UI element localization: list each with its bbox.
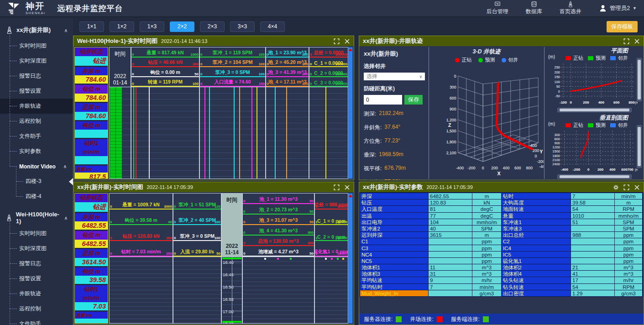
menu-item-admin[interactable]: 后台管理 [487, 1, 508, 16]
curve-label: 0钩位 = 0.00 m50 [131, 67, 199, 77]
time-chart-area[interactable]: 16:4016:4516:5016:5517:0017:05 [221, 257, 242, 324]
curve-label: 0转速 = 119 RPM100 [131, 77, 199, 87]
curve-label: 0钻时 = 7.03 min/m200 [110, 241, 173, 257]
sidebar-item[interactable]: 实时深度图 [0, 241, 73, 256]
brand-name-en: SHENKAI [26, 11, 45, 15]
chevron-down-icon: ▼ [633, 6, 637, 10]
sidebar-collapse-handle[interactable] [69, 178, 73, 185]
layout-button-1x2[interactable]: 1×2 [110, 21, 134, 32]
legend-item: 邻井 [610, 122, 628, 129]
chart-scrollbar[interactable] [348, 193, 353, 324]
layout-button-2x3[interactable]: 2×3 [200, 21, 225, 32]
param-unit-cell: ppm [472, 252, 502, 258]
sidebar-item[interactable]: 远程控制 [0, 301, 73, 316]
scroll-up-arrow[interactable] [349, 48, 352, 51]
track-chart-area[interactable] [242, 257, 314, 324]
save-distance-button[interactable]: 保存 [404, 95, 423, 105]
param-value-cell: 9 [429, 277, 472, 283]
page-title: 远程录井监控平台 [57, 3, 123, 14]
vertical-section-view-plot[interactable]: 30060090012001500180021002400-400-200020… [547, 129, 638, 173]
plan-view-plot[interactable]: 250200150100500-50-1000200400600800(m [547, 62, 638, 105]
chart-scrollbar[interactable] [348, 47, 353, 179]
sidebar-item[interactable]: 实时时间图 [0, 226, 73, 241]
sidebar-item[interactable]: 报警日志 [0, 68, 73, 84]
sidebar-item[interactable]: 实时参数 [0, 144, 73, 159]
layout-button-2x2[interactable]: 2×2 [170, 21, 194, 32]
sidebar-item[interactable]: 井眼轨迹 [0, 99, 73, 114]
sidebar-item[interactable]: 井眼轨迹 [0, 286, 73, 301]
curve-scale-max: 50 [309, 220, 314, 224]
time-column: 时间202201-14 [109, 47, 131, 179]
expand-icon[interactable] [334, 184, 340, 190]
stat-value: 1968.59m [379, 151, 403, 159]
curve-scale-max: 10000 [337, 204, 347, 209]
expand-icon[interactable] [623, 184, 629, 190]
neighbor-select-label: 选择邻井 [364, 63, 425, 70]
sidebar-item[interactable]: 实时深度图 [0, 53, 73, 68]
track-chart-area[interactable] [199, 87, 266, 179]
param-value-cell: 51 [571, 219, 615, 225]
track-chart-area[interactable] [109, 257, 173, 324]
track-chart-area[interactable] [266, 87, 309, 179]
close-icon[interactable] [344, 38, 350, 44]
trajectory-3d-plot[interactable]: 03006009001,2001,5001,8002,100Z-400-2000… [429, 64, 544, 177]
track-chart-area[interactable] [314, 257, 348, 324]
sidebar-item[interactable]: 报警设置 [0, 271, 73, 286]
curve-text: 入口流量 = 74.60 [214, 79, 251, 85]
track-chart-area[interactable] [131, 87, 199, 179]
sidebar-subitem[interactable]: 四楼-4 [0, 189, 73, 204]
curve-text: 泵冲_1 = 51 SPM [178, 202, 216, 208]
time-chart-area[interactable] [109, 87, 131, 179]
sidebar-item[interactable]: 文件助手 [0, 129, 73, 144]
expand-icon[interactable] [334, 38, 340, 44]
menu-item-well-select[interactable]: 首页选井 [560, 1, 581, 16]
expand-icon[interactable] [623, 38, 629, 44]
main-area: 1×11×21×32×22×33×34×4保存模板 Wei-H100(Hole-… [73, 17, 644, 325]
close-icon[interactable] [344, 184, 350, 190]
param-label: 迟深 m [75, 103, 108, 112]
distance-input[interactable] [364, 95, 402, 105]
status-indicator [437, 316, 443, 322]
neighbor-select[interactable]: 选择∨ [364, 73, 425, 80]
scroll-up-arrow[interactable] [349, 194, 352, 197]
track-chart-area[interactable] [173, 257, 221, 324]
sidebar-item[interactable]: 报警日志 [0, 256, 73, 271]
sidebar-item[interactable]: 文件助手 [0, 316, 73, 325]
curve-scale-min: 1 [315, 204, 317, 209]
layout-button-1x1[interactable]: 1×1 [79, 21, 104, 32]
sidebar-item[interactable]: 远程控制 [0, 114, 73, 129]
layout-button-1x3[interactable]: 1×3 [140, 21, 164, 32]
curve-scale-max: 100 [215, 220, 220, 224]
legend-marker [455, 58, 460, 63]
param-value-cell: 77 [429, 213, 472, 219]
sidebar-item[interactable]: 报警设置 [0, 84, 73, 99]
close-icon[interactable] [634, 184, 640, 190]
sidebar-item[interactable]: 实时时间图 [0, 38, 73, 53]
brand-name-cn: 神开 [26, 2, 45, 10]
panel-header-tr: xx井(新井眼)-井眼轨迹 [359, 36, 644, 46]
menu-item-database[interactable]: 数据库 [526, 1, 542, 16]
param-value: 817.5 [75, 173, 108, 179]
save-template-button[interactable]: 保存模板 [607, 21, 638, 32]
vertical-section-view-horizontal-scrollbar[interactable] [557, 174, 632, 179]
layout-button-4x4[interactable]: 4×4 [260, 21, 285, 32]
vertical-section-view-vertical-scrollbar[interactable] [637, 125, 642, 168]
connection-status-bar: 服务器连接:井场连接:服务端连接: [359, 314, 644, 325]
sidebar-subitem[interactable]: 四楼-3 [0, 174, 73, 189]
curve-label: 0池_3 = 31.07 m^350 [243, 215, 314, 225]
track-chart-area[interactable] [309, 87, 348, 179]
plan-view-horizontal-scrollbar[interactable] [557, 108, 632, 112]
plan-view-vertical-scrollbar[interactable] [637, 58, 642, 101]
sidebar-well-0[interactable]: xx井(新井眼)∧ [0, 22, 73, 38]
layout-button-3x3[interactable]: 3×3 [230, 21, 255, 32]
close-icon[interactable] [634, 38, 640, 44]
curve-scale-max: 100 [215, 236, 220, 240]
gear-icon[interactable] [613, 184, 619, 190]
sidebar-item[interactable]: Monitor Video∧ [0, 159, 73, 174]
param-unit-cell: mmho/m [615, 213, 643, 219]
legend-label: 正钻 [462, 57, 472, 63]
svg-text:700: 700 [627, 168, 634, 172]
user-menu[interactable]: 管理员2▼ [599, 4, 637, 12]
param-value-cell: 1010 [571, 213, 615, 219]
sidebar-well-1[interactable]: Wei-H100(Hole-1)∧ [0, 210, 73, 226]
